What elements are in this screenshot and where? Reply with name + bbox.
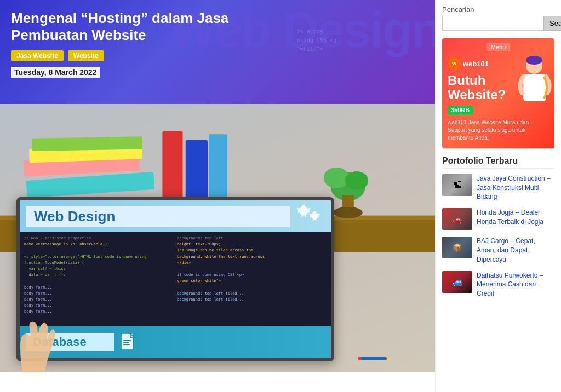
page-wrapper: Web Design is acros using CSS <p "white"… xyxy=(0,0,561,392)
tag-jasa-website[interactable]: Jasa Website xyxy=(11,50,64,61)
bg-code: is acros using CSS <p "white"> xyxy=(297,27,336,54)
ad-price-badge: 350RB xyxy=(448,106,473,114)
svg-rect-19 xyxy=(123,342,129,343)
article-image: Web Design xyxy=(0,104,435,372)
tablet-web-design-label: Web Design xyxy=(34,208,115,224)
search-input-row: Search xyxy=(442,16,554,31)
svg-rect-21 xyxy=(359,357,387,360)
article-image-bg: Web Design xyxy=(0,104,435,372)
portfolio-item: Java Jaya Construction – Jasa Konstruksi… xyxy=(442,174,554,201)
ad-subtext: web101 Jasa Website Murah dan Support ya… xyxy=(448,119,549,142)
ad-logo-text: web101 xyxy=(463,60,489,68)
search-button[interactable]: Search xyxy=(543,16,561,31)
portfolio-item-title[interactable]: Java Jaya Construction – Jasa Konstruksi… xyxy=(477,174,554,201)
portfolio-section-title: Portofolio Terbaru xyxy=(442,156,554,169)
search-input[interactable] xyxy=(442,16,543,31)
hero-area: Web Design is acros using CSS <p "white"… xyxy=(0,0,435,104)
svg-point-10 xyxy=(324,168,350,188)
portfolio-item: Honda Jogja – Dealer Honda Terbaik di Jo… xyxy=(442,208,554,230)
portfolio-thumb-cargo xyxy=(442,237,472,258)
portfolio-item-title[interactable]: BAJ Cargo – Cepat, Aman, dan Dapat Diper… xyxy=(477,237,554,264)
article-title: Mengenal “Hosting” dalam Jasa Pembuatan … xyxy=(11,10,274,44)
ad-menu-label: Menu xyxy=(486,43,511,51)
portfolio-item-title[interactable]: Daihatsu Purwokerto – Menerima Cash dan … xyxy=(477,271,554,298)
svg-rect-20 xyxy=(123,344,130,345)
svg-rect-5 xyxy=(26,172,155,198)
svg-rect-16 xyxy=(121,333,133,350)
sidebar: Pencarian Search Menu xyxy=(435,0,561,392)
svg-rect-23 xyxy=(358,357,362,360)
tablet-device: Web Design xyxy=(16,197,334,361)
portfolio-thumb-daihatsu xyxy=(442,271,472,293)
post-date: Tuesday, 8 March 2022 xyxy=(11,67,100,78)
svg-point-11 xyxy=(345,171,368,190)
pencil-icon xyxy=(358,353,391,364)
svg-marker-22 xyxy=(387,357,391,360)
main-content: Web Design is acros using CSS <p "white"… xyxy=(0,0,435,392)
portfolio-thumb-honda xyxy=(442,208,472,230)
ad-logo-area: W web101 xyxy=(448,57,549,70)
portfolio-item: BAJ Cargo – Cepat, Aman, dan Dapat Diper… xyxy=(442,237,554,264)
search-widget: Pencarian Search xyxy=(442,5,554,31)
svg-rect-18 xyxy=(123,340,131,341)
ad-headline: ButuhWebsite? xyxy=(448,73,549,102)
hand-icon xyxy=(11,307,55,372)
portfolio-item-title[interactable]: Honda Jogja – Dealer Honda Terbaik di Jo… xyxy=(477,208,554,227)
ad-banner[interactable]: Menu W xyxy=(442,38,554,148)
portfolio-item: Daihatsu Purwokerto – Menerima Cash dan … xyxy=(442,271,554,298)
gear-icon xyxy=(294,201,324,232)
svg-point-13 xyxy=(334,207,363,218)
portfolio-section: Portofolio Terbaru Java Jaya Constructio… xyxy=(442,156,554,298)
portfolio-thumb-construction xyxy=(442,174,472,196)
ad-logo-icon: W xyxy=(448,57,461,70)
search-label: Pencarian xyxy=(442,5,554,14)
database-icon xyxy=(118,331,140,353)
svg-rect-4 xyxy=(32,136,142,151)
tags-row: Jasa Website Website xyxy=(11,50,424,61)
tag-website[interactable]: Website xyxy=(68,50,104,61)
